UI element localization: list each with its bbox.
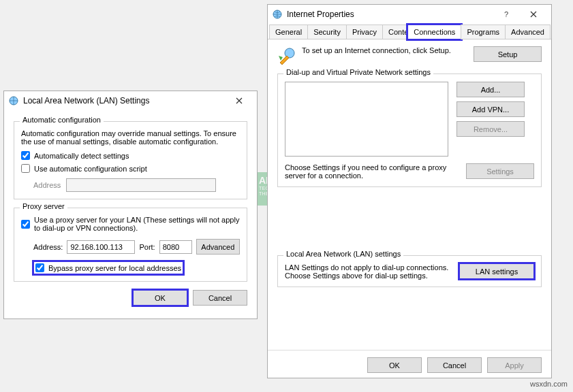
dialup-legend: Dial-up and Virtual Private Network sett… (283, 68, 433, 76)
tab-strip: General Security Privacy Content Connect… (268, 24, 551, 39)
cancel-button[interactable]: Cancel (427, 357, 482, 373)
proxy-address-label: Address: (33, 243, 63, 251)
wizard-icon (277, 46, 296, 65)
window-title: Internet Properties (287, 10, 493, 19)
lan-settings-dialog: Local Area Network (LAN) Settings Automa… (3, 91, 258, 319)
lan-desc-text: LAN Settings do not apply to dial-up con… (285, 263, 459, 280)
globe-icon (8, 95, 19, 106)
proxy-port-label: Port: (139, 243, 155, 251)
use-script-checkbox[interactable]: Use automatic configuration script (21, 164, 240, 173)
use-proxy-checkbox[interactable]: Use a proxy server for your LAN (These s… (21, 216, 240, 232)
dialog-footer: OK Cancel Apply (268, 350, 551, 380)
advanced-button[interactable]: Advanced (196, 239, 240, 255)
globe-icon (272, 9, 283, 20)
source-credit: wsxdn.com (530, 380, 568, 388)
remove-button: Remove... (456, 121, 525, 137)
internet-properties-dialog: Internet Properties ? General Security P… (267, 4, 552, 378)
auto-detect-checkbox[interactable]: Automatically detect settings (21, 151, 240, 160)
auto-config-legend: Automatic configuration (20, 116, 104, 124)
tab-advanced[interactable]: Advanced (505, 24, 551, 39)
lan-settings-button[interactable]: LAN settings (459, 263, 534, 279)
proxy-legend: Proxy server (20, 202, 67, 210)
window-title: Local Area Network (LAN) Settings (23, 96, 226, 105)
ok-button[interactable]: OK (367, 357, 422, 373)
tab-content[interactable]: Content (382, 24, 408, 39)
lan-group: Local Area Network (LAN) settings LAN Se… (277, 255, 542, 287)
auto-config-group: Automatic configuration Automatic config… (14, 121, 247, 199)
script-address-label: Address (33, 181, 61, 189)
proxy-group: Proxy server Use a proxy server for your… (14, 208, 247, 282)
proxy-port-input[interactable] (159, 240, 192, 254)
setup-button[interactable]: Setup (474, 46, 542, 62)
setup-text: To set up an Internet connection, click … (302, 46, 474, 54)
tab-connections[interactable]: Connections (407, 24, 461, 39)
choose-settings-text: Choose Settings if you need to configure… (285, 163, 466, 180)
bypass-local-checkbox[interactable]: Bypass proxy server for local addresses (33, 261, 183, 274)
connection-settings-button: Settings (466, 163, 534, 179)
ok-button[interactable]: OK (133, 290, 187, 306)
dialup-group: Dial-up and Virtual Private Network sett… (277, 74, 542, 187)
tab-privacy[interactable]: Privacy (346, 24, 383, 39)
help-button[interactable]: ? (493, 7, 520, 22)
tab-programs[interactable]: Programs (461, 24, 506, 39)
add-button[interactable]: Add... (456, 82, 525, 97)
proxy-address-input[interactable] (67, 240, 135, 254)
lan-legend: Local Area Network (LAN) settings (283, 250, 403, 258)
apply-button: Apply (487, 357, 542, 373)
close-button[interactable] (520, 7, 547, 22)
tab-general[interactable]: General (269, 24, 308, 39)
script-address-input (66, 178, 216, 192)
add-vpn-button[interactable]: Add VPN... (456, 101, 525, 117)
tab-security[interactable]: Security (307, 24, 347, 39)
connections-listbox[interactable] (285, 82, 448, 157)
close-button[interactable] (226, 93, 253, 108)
titlebar: Internet Properties ? (268, 5, 551, 24)
titlebar: Local Area Network (LAN) Settings (4, 91, 257, 110)
auto-config-desc: Automatic configuration may override man… (21, 129, 240, 146)
cancel-button[interactable]: Cancel (193, 290, 247, 306)
